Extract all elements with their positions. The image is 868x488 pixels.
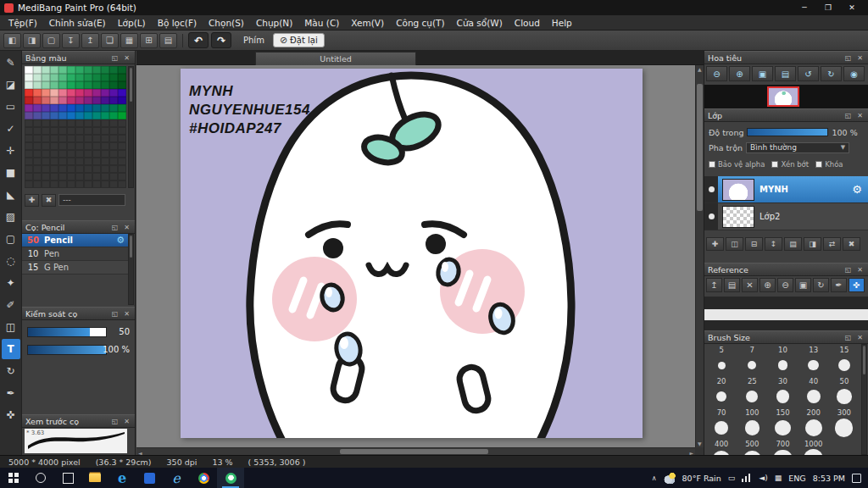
color-swatch[interactable] xyxy=(75,66,84,74)
document-tab[interactable]: Untitled xyxy=(255,52,416,65)
material-icon[interactable]: ▤ xyxy=(159,33,177,48)
taskbar-file-explorer-icon[interactable] xyxy=(81,468,108,488)
empty-swatch[interactable] xyxy=(109,158,118,165)
empty-swatch[interactable] xyxy=(84,150,92,158)
undo-icon[interactable]: ↶ xyxy=(188,32,209,48)
color-swatch[interactable] xyxy=(33,89,42,97)
layer-updown-icon[interactable]: ↕ xyxy=(765,237,782,251)
empty-swatch[interactable] xyxy=(50,150,58,158)
empty-swatch[interactable] xyxy=(67,173,75,180)
empty-swatch[interactable] xyxy=(42,150,50,158)
empty-swatch[interactable] xyxy=(42,119,50,127)
color-swatch[interactable] xyxy=(58,112,67,119)
empty-swatch[interactable] xyxy=(67,142,75,150)
empty-swatch[interactable] xyxy=(118,127,126,135)
color-swatch[interactable] xyxy=(33,112,42,119)
close-icon[interactable]: ✕ xyxy=(855,265,865,274)
empty-swatch[interactable] xyxy=(109,135,118,142)
color-swatch[interactable] xyxy=(101,89,109,97)
eraser-icon[interactable]: ◪ xyxy=(2,75,20,95)
empty-swatch[interactable] xyxy=(92,119,101,127)
menu-item[interactable]: Xem(V) xyxy=(345,18,390,28)
navigator-viewport[interactable] xyxy=(704,85,868,108)
ref-zoom-in-icon[interactable]: ⊕ xyxy=(760,278,776,292)
empty-swatch[interactable] xyxy=(58,165,67,173)
empty-swatch[interactable] xyxy=(50,127,58,135)
canvas-workspace[interactable]: MYNH NGUYENHUE154 #HOIDAP247 xyxy=(136,65,695,447)
empty-swatch[interactable] xyxy=(33,180,42,188)
empty-swatch[interactable] xyxy=(75,180,84,188)
notification-icon[interactable] xyxy=(852,474,861,483)
color-swatch[interactable] xyxy=(84,97,92,104)
weather-text[interactable]: 80°F Rain xyxy=(682,474,721,483)
empty-swatch[interactable] xyxy=(109,180,118,188)
text-icon[interactable]: T xyxy=(2,339,20,359)
empty-swatch[interactable] xyxy=(92,165,101,173)
redo-icon[interactable]: ↷ xyxy=(211,32,231,48)
color-swatch[interactable] xyxy=(58,89,67,97)
layer-clip-icon[interactable]: ◨ xyxy=(804,237,821,251)
color-swatch[interactable] xyxy=(84,112,92,119)
empty-swatch[interactable] xyxy=(101,158,109,165)
color-swatch[interactable] xyxy=(33,81,42,89)
zoom-out-icon[interactable]: ⊖ xyxy=(706,66,727,81)
weather-icon[interactable] xyxy=(664,473,676,484)
menu-item[interactable]: Chỉnh sửa(E) xyxy=(43,18,112,28)
brush-size-option[interactable] xyxy=(798,418,829,438)
color-swatch[interactable] xyxy=(75,89,84,97)
color-swatch[interactable] xyxy=(109,66,118,74)
reset-view-icon[interactable]: ◉ xyxy=(843,66,865,81)
layer-row-lop2[interactable]: Lớp2 xyxy=(704,203,868,230)
empty-swatch[interactable] xyxy=(58,119,67,127)
menu-item[interactable]: Cửa sổ(W) xyxy=(451,18,509,28)
empty-swatch[interactable] xyxy=(67,135,75,142)
empty-swatch[interactable] xyxy=(67,158,75,165)
close-icon[interactable]: ✕ xyxy=(122,53,131,63)
color-swatch[interactable] xyxy=(101,104,109,112)
popout-icon[interactable]: ◱ xyxy=(110,309,120,319)
eyedropper-icon[interactable]: ✒ xyxy=(2,383,20,403)
empty-swatch[interactable] xyxy=(75,158,84,165)
vertical-scrollbar[interactable]: ▲ ▼ xyxy=(695,65,704,447)
ref-close-icon[interactable]: ✕ xyxy=(742,278,758,292)
empty-swatch[interactable] xyxy=(50,165,58,173)
empty-swatch[interactable] xyxy=(50,142,58,150)
color-swatch[interactable] xyxy=(50,89,58,97)
popout-icon[interactable]: ◱ xyxy=(843,333,853,342)
empty-swatch[interactable] xyxy=(84,165,92,173)
empty-swatch[interactable] xyxy=(33,142,42,150)
empty-swatch[interactable] xyxy=(109,119,118,127)
empty-swatch[interactable] xyxy=(42,142,50,150)
empty-swatch[interactable] xyxy=(75,127,84,135)
network-icon[interactable] xyxy=(742,474,752,482)
canvas-document[interactable]: MYNH NGUYENHUE154 #HOIDAP247 xyxy=(181,69,643,438)
color-swatch[interactable] xyxy=(118,104,126,112)
color-swatch[interactable] xyxy=(92,89,101,97)
color-swatch[interactable] xyxy=(75,112,84,119)
color-swatch[interactable] xyxy=(67,66,75,74)
layer-visibility-toggle[interactable] xyxy=(704,203,718,230)
color-swatch[interactable] xyxy=(33,74,42,81)
phim-label[interactable]: Phím xyxy=(243,36,264,45)
brush-size-option[interactable] xyxy=(829,355,860,375)
empty-swatch[interactable] xyxy=(42,173,50,180)
taskbar-medibang-icon[interactable] xyxy=(217,468,244,488)
palette-scrollbar[interactable] xyxy=(128,66,134,188)
empty-swatch[interactable] xyxy=(92,150,101,158)
hand-icon[interactable]: ✜ xyxy=(2,405,20,425)
color-swatch[interactable] xyxy=(109,97,118,104)
empty-swatch[interactable] xyxy=(118,158,126,165)
fit-icon[interactable]: ▣ xyxy=(752,66,773,81)
color-swatch[interactable] xyxy=(67,104,75,112)
color-swatch[interactable] xyxy=(33,97,42,104)
taskbar-chrome-icon[interactable] xyxy=(190,468,217,488)
empty-swatch[interactable] xyxy=(50,173,58,180)
layer-transfer-icon[interactable]: ⇄ xyxy=(823,237,841,251)
brush-size-option[interactable] xyxy=(737,386,767,407)
color-swatch[interactable] xyxy=(67,97,75,104)
close-icon[interactable]: ✕ xyxy=(855,53,865,63)
move-icon[interactable]: ✛ xyxy=(2,141,20,161)
color-swatch[interactable] xyxy=(42,66,50,74)
empty-swatch[interactable] xyxy=(58,180,67,188)
menu-item[interactable]: Công cụ(T) xyxy=(390,18,450,28)
